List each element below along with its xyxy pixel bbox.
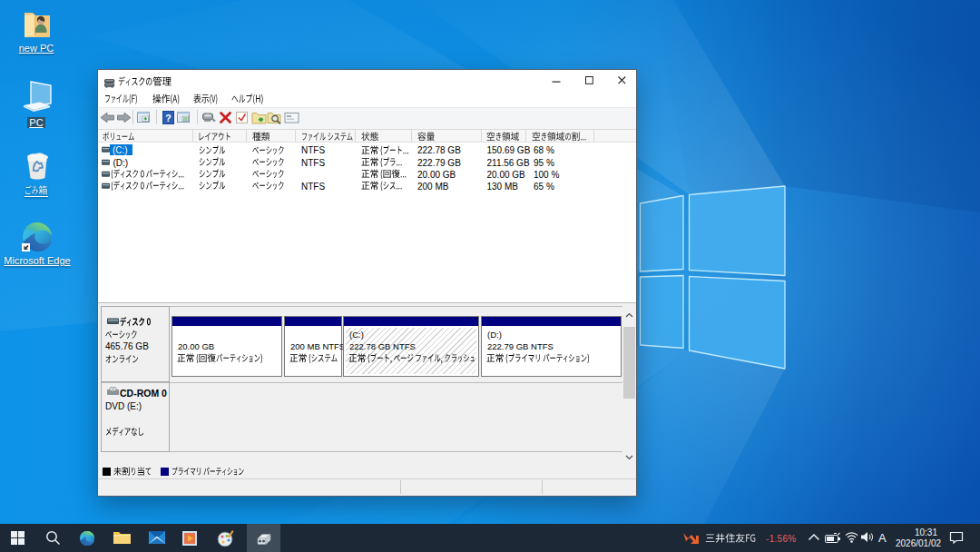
svg-text:?: ? [165, 112, 171, 123]
